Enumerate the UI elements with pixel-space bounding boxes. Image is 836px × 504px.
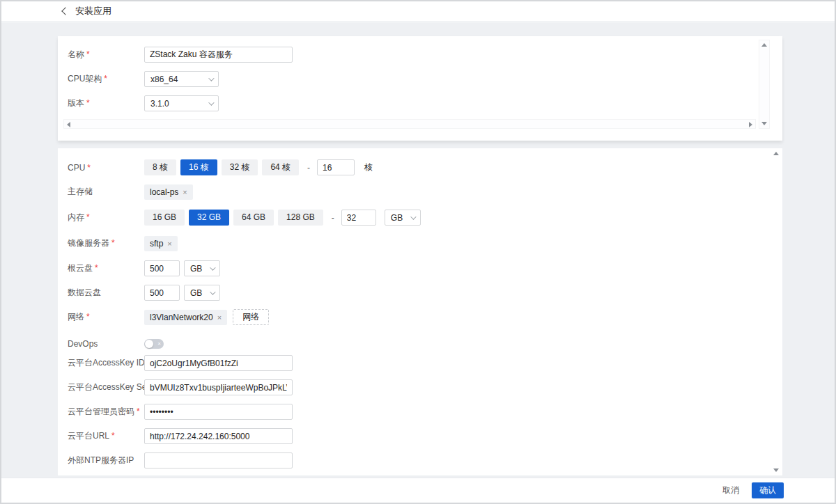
required-mark: *	[86, 212, 90, 222]
scroll-down-icon[interactable]	[761, 122, 767, 125]
chevron-down-icon	[208, 75, 214, 81]
ntp-server-label: 外部NTP服务器IP	[68, 455, 144, 466]
name-input[interactable]	[144, 47, 293, 63]
cpu-arch-value: x86_64	[150, 74, 178, 84]
primary-storage-tag: local-ps ×	[144, 184, 193, 200]
root-disk-unit-select[interactable]: GB	[184, 260, 220, 276]
version-label: 版本*	[68, 97, 144, 109]
remove-tag-icon[interactable]: ×	[217, 313, 222, 322]
vertical-scrollbar[interactable]	[759, 40, 770, 129]
access-key-id-input[interactable]	[144, 355, 293, 371]
chevron-down-icon	[410, 214, 416, 219]
version-value: 3.1.0	[150, 99, 169, 109]
required-mark: *	[95, 263, 98, 273]
cpu-option-32[interactable]: 32 核	[222, 159, 258, 175]
cpu-unit-label: 核	[364, 162, 373, 173]
cpu-custom-input[interactable]	[317, 159, 355, 175]
required-mark: *	[86, 312, 90, 322]
required-mark: *	[86, 49, 90, 59]
image-server-tag: sftp ×	[144, 236, 178, 251]
chevron-down-icon	[210, 265, 215, 270]
chevron-down-icon	[210, 289, 215, 294]
cancel-button[interactable]: 取消	[722, 485, 739, 496]
admin-password-input[interactable]	[144, 404, 293, 420]
ntp-server-input[interactable]	[144, 452, 293, 468]
data-disk-size-input[interactable]	[144, 285, 180, 301]
basic-info-panel: 名称* CPU架构* x86_64 版本* 3.1.0	[58, 36, 782, 141]
required-mark: *	[111, 431, 115, 441]
network-label: 网络*	[68, 311, 144, 323]
range-dash: -	[307, 163, 310, 173]
memory-option-64gb[interactable]: 64 GB	[233, 210, 274, 226]
scroll-right-icon[interactable]	[749, 122, 752, 127]
remove-tag-icon[interactable]: ×	[167, 239, 171, 248]
primary-storage-label: 主存储	[68, 186, 144, 198]
scroll-left-icon[interactable]	[67, 122, 70, 127]
action-bar: 取消 确认	[1, 478, 835, 503]
back-icon[interactable]	[61, 7, 69, 15]
access-key-secret-input[interactable]	[144, 379, 293, 395]
required-mark: *	[86, 98, 90, 108]
cpu-label: CPU*	[68, 163, 144, 173]
memory-label: 内存*	[68, 212, 144, 223]
config-panel: CPU* 8 核 16 核 32 核 64 核 - 核 主存储 local-ps…	[58, 148, 782, 475]
version-select[interactable]: 3.1.0	[144, 95, 219, 111]
platform-url-label: 云平台URL*	[68, 430, 144, 442]
cpu-option-8[interactable]: 8 核	[144, 159, 176, 175]
remove-tag-icon[interactable]: ×	[183, 188, 187, 196]
required-mark: *	[137, 407, 140, 416]
required-mark: *	[111, 238, 115, 248]
network-tag: l3VlanNetwork20 ×	[144, 310, 227, 325]
memory-unit-select[interactable]: GB	[385, 210, 421, 226]
data-disk-unit-select[interactable]: GB	[184, 285, 220, 301]
chevron-down-icon	[208, 100, 214, 105]
admin-password-label: 云平台管理员密码*	[68, 406, 144, 418]
scroll-down-icon[interactable]	[773, 468, 779, 472]
image-server-label: 镜像服务器*	[68, 237, 144, 249]
scroll-up-icon[interactable]	[761, 43, 767, 47]
toggle-knob	[145, 340, 153, 348]
add-network-button[interactable]: 网络	[233, 309, 269, 325]
range-dash: -	[332, 213, 334, 223]
memory-option-16gb[interactable]: 16 GB	[144, 210, 185, 226]
memory-custom-input[interactable]	[341, 210, 376, 226]
required-mark: *	[87, 163, 91, 173]
devops-toggle[interactable]: ×	[144, 339, 164, 349]
access-key-id-label: 云平台AccessKey ID*	[68, 357, 144, 369]
memory-option-128gb[interactable]: 128 GB	[278, 210, 323, 226]
scroll-up-icon[interactable]	[773, 152, 779, 155]
toggle-off-icon: ×	[157, 339, 161, 349]
platform-url-input[interactable]	[144, 428, 293, 444]
data-disk-label: 数据云盘	[68, 287, 144, 299]
name-label: 名称*	[68, 49, 144, 61]
cpu-arch-label: CPU架构*	[68, 73, 144, 85]
page-title: 安装应用	[75, 5, 111, 17]
root-disk-size-input[interactable]	[144, 260, 180, 276]
devops-label: DevOps	[68, 339, 144, 349]
cpu-option-16-selected[interactable]: 16 核	[180, 159, 217, 175]
cpu-arch-select[interactable]: x86_64	[144, 71, 219, 87]
required-mark: *	[104, 74, 107, 84]
page-header: 安装应用	[1, 1, 835, 22]
cpu-option-64[interactable]: 64 核	[262, 159, 299, 175]
memory-option-32gb-selected[interactable]: 32 GB	[189, 210, 229, 226]
access-key-secret-label: 云平台AccessKey Secr...	[68, 381, 144, 393]
root-disk-label: 根云盘*	[68, 262, 144, 274]
confirm-button[interactable]: 确认	[752, 482, 784, 498]
horizontal-scrollbar[interactable]	[63, 119, 756, 129]
